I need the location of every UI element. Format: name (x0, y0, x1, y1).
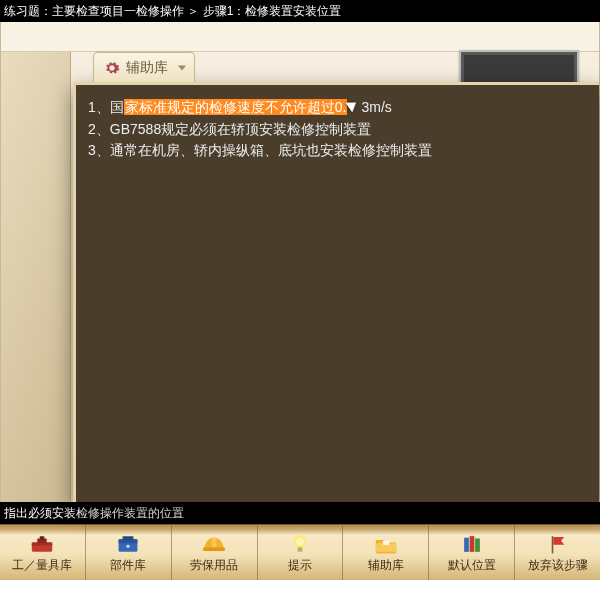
svg-rect-8 (203, 547, 225, 551)
flag-icon (545, 533, 571, 555)
panel-item[interactable]: 1、国家标准规定的检修速度不允许超过0.3m/s (88, 97, 587, 119)
aux-library-tab-label: 辅助库 (126, 59, 168, 77)
item-text: 通常在机房、轿内操纵箱、底坑也安装检修控制装置 (110, 142, 432, 158)
svg-rect-3 (40, 536, 45, 539)
wall-top (1, 22, 599, 52)
item-index: 2、 (88, 121, 110, 137)
hints-button[interactable]: 提示 (258, 525, 344, 580)
toolbar-label: 默认位置 (448, 557, 496, 574)
svg-rect-14 (383, 541, 389, 545)
aux-library-panel: 1、国家标准规定的检修速度不允许超过0.3m/s 2、GB7588规定必须在轿顶… (73, 82, 599, 502)
cursor-icon (348, 99, 360, 115)
tool-library-button[interactable]: 工／量具库 (0, 525, 86, 580)
gear-icon (104, 60, 120, 76)
item-text-b: 3m/s (361, 99, 391, 115)
default-position-button[interactable]: 默认位置 (429, 525, 515, 580)
stage: 辅助库 1、国家标准规定的检修速度不允许超过0.3m/s 2、GB7588规定必… (0, 22, 600, 502)
svg-rect-17 (475, 539, 480, 552)
bottom-gap (0, 580, 600, 600)
toolbar-label: 放弃该步骤 (528, 557, 588, 574)
item-highlight: 家标准规定的检修速度不允许超过0. (124, 99, 348, 115)
breadcrumb: 练习题：主要检查项目一检修操作 ＞ 步骤1：检修装置安装位置 (0, 0, 600, 22)
abandon-step-button[interactable]: 放弃该步骤 (515, 525, 600, 580)
svg-rect-9 (212, 538, 217, 547)
svg-rect-15 (464, 538, 469, 552)
svg-rect-6 (123, 536, 134, 540)
svg-rect-18 (551, 536, 553, 553)
panel-item[interactable]: 3、通常在机房、轿内操纵箱、底坑也安装检修控制装置 (88, 140, 587, 162)
toolbar-label: 辅助库 (368, 557, 404, 574)
parts-library-button[interactable]: 部件库 (86, 525, 172, 580)
toolbar-label: 部件库 (110, 557, 146, 574)
toolbar-label: 劳保用品 (190, 557, 238, 574)
books-icon (459, 533, 485, 555)
ppe-library-button[interactable]: 劳保用品 (172, 525, 258, 580)
item-text-a: 国 (110, 99, 124, 115)
parts-icon (115, 533, 141, 555)
svg-point-11 (296, 538, 304, 546)
toolbar: 工／量具库 部件库 劳保用品 提示 辅助库 (0, 524, 600, 580)
bulb-icon (287, 533, 313, 555)
svg-rect-12 (298, 547, 303, 552)
helmet-icon (201, 533, 227, 555)
chevron-down-icon (178, 65, 186, 70)
svg-rect-16 (469, 536, 474, 552)
toolbar-label: 工／量具库 (12, 557, 72, 574)
aux-library-tab[interactable]: 辅助库 (93, 52, 195, 82)
toolbox-icon (29, 533, 55, 555)
item-index: 1、 (88, 99, 110, 115)
wall-left (1, 52, 71, 502)
panel-item[interactable]: 2、GB7588规定必须在轿顶安装检修控制装置 (88, 119, 587, 141)
hint-bar: 指出必须安装检修操作装置的位置 (0, 502, 600, 524)
toolbar-label: 提示 (288, 557, 312, 574)
folder-icon (373, 533, 399, 555)
item-index: 3、 (88, 142, 110, 158)
aux-library-button[interactable]: 辅助库 (343, 525, 429, 580)
item-text: GB7588规定必须在轿顶安装检修控制装置 (110, 121, 371, 137)
svg-point-7 (127, 545, 130, 548)
